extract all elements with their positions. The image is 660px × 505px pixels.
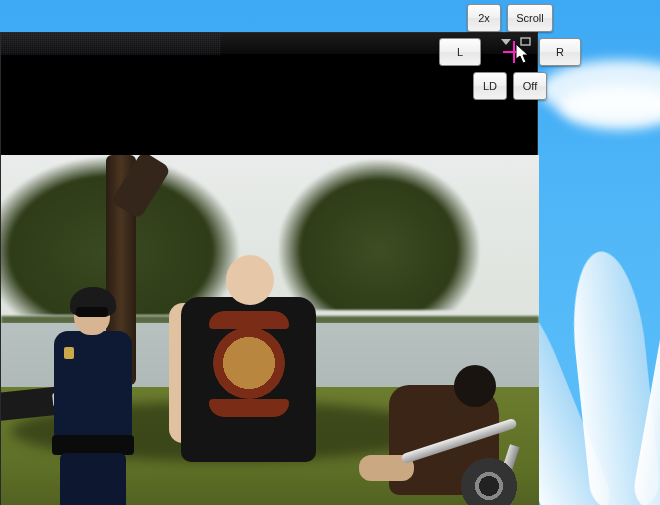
scroll-button[interactable]: Scroll <box>507 4 553 32</box>
video-frame <box>1 155 539 505</box>
zoom-2x-button[interactable]: 2x <box>467 4 501 32</box>
titlebar-texture <box>1 33 221 55</box>
video-area[interactable] <box>1 55 537 504</box>
figure-biker-back <box>171 255 326 505</box>
motorcycle <box>339 426 539 505</box>
right-button[interactable]: R <box>539 38 581 66</box>
magnifier-control-panel: 2x Scroll L R LD Off <box>440 4 580 106</box>
left-button[interactable]: L <box>439 38 481 66</box>
ld-button[interactable]: LD <box>473 72 507 100</box>
figure-police-officer <box>46 295 141 505</box>
off-button[interactable]: Off <box>513 72 547 100</box>
